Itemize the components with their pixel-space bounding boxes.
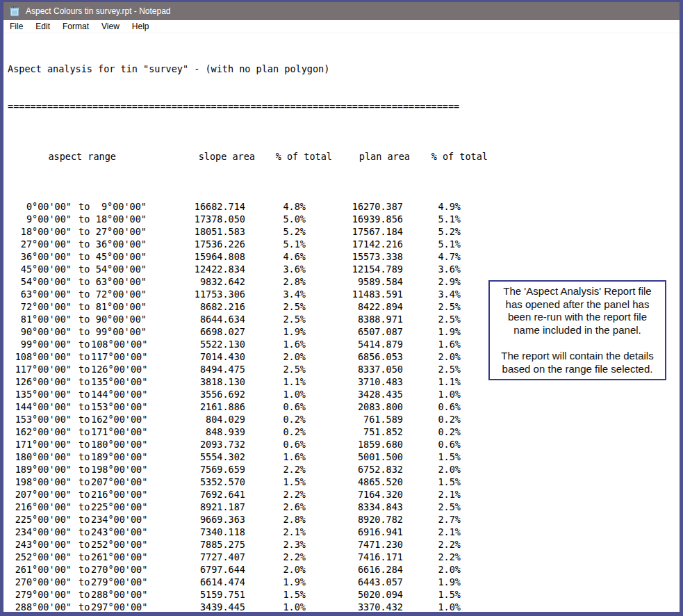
cell-to-word: to [79, 501, 91, 513]
cell-plan-area: 5414.879 [306, 338, 403, 350]
cell-aspect-to: 27°00'00" [91, 225, 147, 238]
cell-to-word: to [79, 275, 91, 288]
cell-aspect-to: 81°00'00" [91, 300, 147, 313]
cell-aspect-to: 72°00'00" [91, 288, 147, 300]
cell-aspect-to: 234°00'00" [91, 513, 147, 526]
cell-to-word: to [79, 476, 91, 488]
cell-plan-pct: 2.2% [403, 551, 461, 563]
cell-slope-area: 17378.050 [147, 213, 245, 225]
cell-plan-area: 7416.171 [306, 551, 403, 563]
cell-to-word: to [79, 350, 91, 363]
table-row: 261°00'00" to 270°00'00" 6797.644 2.0% 6… [8, 563, 680, 576]
cell-aspect-to: 90°00'00" [91, 313, 147, 325]
header-aspect-range: aspect range [8, 150, 116, 163]
cell-slope-area: 7569.659 [147, 463, 245, 476]
cell-aspect-from: 153°00'00" [8, 413, 72, 425]
cell-slope-area: 7692.641 [147, 488, 245, 501]
cell-slope-pct: 1.5% [245, 588, 306, 601]
cell-slope-area: 8682.216 [147, 300, 245, 313]
cell-plan-area: 6752.832 [306, 463, 403, 476]
table-row: 135°00'00" to 144°00'00" 3556.692 1.0% 3… [8, 388, 680, 400]
table-row: 225°00'00" to 234°00'00" 9669.363 2.8% 8… [8, 513, 680, 526]
cell-slope-area: 3439.445 [147, 601, 245, 612]
cell-aspect-from: 63°00'00" [8, 288, 72, 300]
table-row: 234°00'00" to 243°00'00" 7340.118 2.1% 6… [8, 526, 680, 538]
cell-slope-area: 18051.583 [147, 225, 245, 238]
cell-plan-area: 3428.435 [306, 388, 403, 400]
cell-aspect-to: 216°00'00" [91, 488, 147, 501]
cell-aspect-from: 180°00'00" [8, 451, 72, 463]
title-bar[interactable]: Aspect Colours tin survey.rpt - Notepad [3, 2, 680, 20]
cell-aspect-to: 54°00'00" [91, 263, 147, 275]
cell-slope-pct: 2.0% [245, 563, 306, 576]
menu-item[interactable]: Edit [29, 20, 56, 33]
cell-slope-area: 6797.644 [147, 563, 245, 576]
cell-aspect-to: 153°00'00" [91, 400, 147, 413]
cell-aspect-from: 261°00'00" [8, 563, 72, 576]
cell-slope-pct: 2.5% [245, 313, 306, 325]
cell-aspect-from: 9°00'00" [8, 213, 72, 225]
cell-slope-area: 2093.732 [147, 438, 245, 451]
cell-slope-pct: 2.2% [245, 463, 306, 476]
cell-slope-area: 804.029 [147, 413, 245, 425]
cell-aspect-from: 234°00'00" [8, 526, 72, 538]
cell-slope-pct: 3.4% [245, 288, 306, 300]
annotation-line: The 'Aspect Analysis' Report file [491, 285, 664, 298]
cell-slope-pct: 2.2% [245, 488, 306, 501]
table-rows: 0°00'00" to 9°00'00" 16682.714 4.8% 1627… [8, 200, 680, 612]
annotation-line: has opened after the panel has [491, 298, 664, 311]
cell-aspect-from: 279°00'00" [8, 588, 72, 601]
cell-plan-pct: 2.5% [403, 313, 461, 325]
cell-aspect-from: 225°00'00" [8, 513, 72, 526]
menu-item[interactable]: Help [126, 20, 156, 33]
cell-to-word: to [79, 375, 91, 388]
cell-slope-pct: 1.6% [245, 338, 306, 350]
cell-plan-area: 12154.789 [306, 263, 403, 275]
cell-slope-area: 3818.130 [147, 375, 245, 388]
cell-to-word: to [79, 300, 91, 313]
cell-to-word: to [79, 250, 91, 263]
cell-slope-area: 2161.886 [147, 400, 245, 413]
cell-slope-area: 16682.714 [147, 200, 245, 213]
table-row: 243°00'00" to 252°00'00" 7885.275 2.3% 7… [8, 538, 680, 551]
cell-slope-area: 7340.118 [147, 526, 245, 538]
cell-slope-area: 15964.808 [147, 250, 245, 263]
cell-aspect-from: 0°00'00" [8, 200, 72, 213]
cell-to-word: to [79, 238, 91, 250]
cell-slope-area: 6698.027 [147, 325, 245, 338]
cell-aspect-from: 72°00'00" [8, 300, 72, 313]
cell-plan-area: 5001.500 [306, 451, 403, 463]
cell-aspect-from: 27°00'00" [8, 238, 72, 250]
cell-aspect-to: 252°00'00" [91, 538, 147, 551]
menu-item[interactable]: View [95, 20, 126, 33]
cell-slope-area: 5159.751 [147, 588, 245, 601]
menu-item[interactable]: Format [56, 20, 95, 33]
cell-slope-area: 12422.834 [147, 263, 245, 275]
cell-to-word: to [79, 538, 91, 551]
cell-plan-area: 8334.843 [306, 501, 403, 513]
cell-plan-pct: 1.0% [403, 388, 461, 400]
cell-plan-pct: 5.2% [403, 225, 461, 238]
table-header-row: aspect range slope area % of total plan … [8, 150, 680, 163]
menu-item[interactable]: File [3, 20, 29, 33]
cell-slope-pct: 1.0% [245, 601, 306, 612]
cell-aspect-to: 243°00'00" [91, 526, 147, 538]
cell-aspect-from: 135°00'00" [8, 388, 72, 400]
annotation-line: name included in the panel. [491, 324, 664, 337]
cell-aspect-from: 189°00'00" [8, 463, 72, 476]
table-row: 18°00'00" to 27°00'00" 18051.583 5.2% 17… [8, 225, 680, 238]
cell-slope-pct: 0.2% [245, 413, 306, 425]
cell-slope-pct: 5.1% [245, 238, 306, 250]
cell-aspect-from: 207°00'00" [8, 488, 72, 501]
cell-plan-pct: 2.0% [403, 463, 461, 476]
cell-aspect-to: 108°00'00" [91, 338, 147, 350]
menu-bar: FileEditFormatViewHelp [3, 20, 680, 33]
cell-slope-pct: 4.8% [245, 200, 306, 213]
cell-to-word: to [79, 225, 91, 238]
cell-aspect-to: 198°00'00" [91, 463, 147, 476]
cell-aspect-to: 171°00'00" [91, 425, 147, 438]
cell-aspect-to: 297°00'00" [91, 601, 147, 612]
cell-slope-pct: 0.2% [245, 425, 306, 438]
table-row: 162°00'00" to 171°00'00" 848.939 0.2% 75… [8, 425, 680, 438]
cell-plan-pct: 5.1% [403, 213, 461, 225]
